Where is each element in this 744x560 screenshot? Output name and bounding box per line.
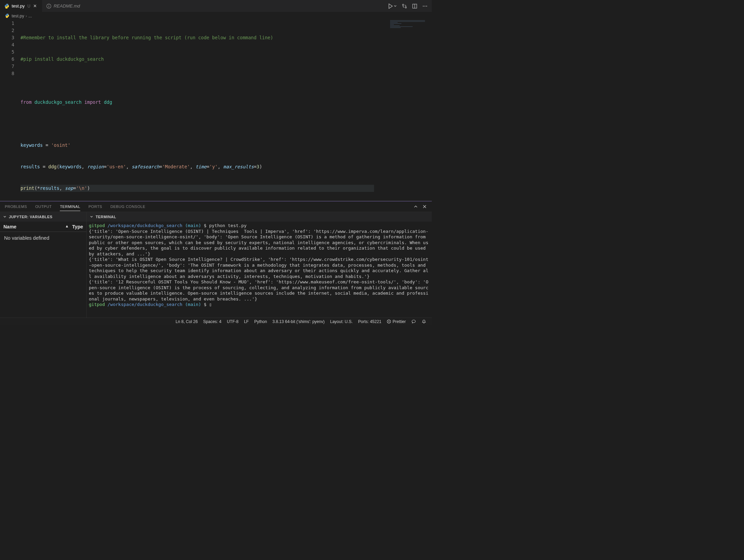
code-content[interactable]: #Remember to install the library before …: [20, 20, 432, 201]
line-number: 1: [0, 20, 14, 27]
str: 'Moderate': [162, 164, 190, 169]
prompt-user: gitpod: [89, 223, 105, 228]
jupyter-empty: No variables defined: [0, 232, 86, 244]
prettier-icon: [387, 319, 391, 324]
chevron-down-icon: [3, 215, 7, 219]
tab-problems[interactable]: PROBLEMS: [5, 202, 27, 211]
tab-ports[interactable]: PORTS: [88, 202, 102, 211]
p: ,: [218, 164, 223, 169]
jupyter-variables-panel: JUPYTER: VARIABLES Name▲ Type No variabl…: [0, 212, 87, 318]
svg-point-9: [426, 5, 427, 6]
p: =: [207, 164, 209, 169]
chevron-right-icon: ›: [26, 14, 27, 18]
svg-point-3: [402, 4, 404, 5]
svg-point-8: [425, 5, 425, 6]
tab-label: test.py: [12, 3, 25, 9]
tab-modified-indicator: U: [27, 4, 30, 9]
bottom-panel: PROBLEMS OUTPUT TERMINAL PORTS DEBUG CON…: [0, 201, 432, 318]
chevron-up-icon[interactable]: [413, 204, 418, 209]
split-editor-icon[interactable]: [412, 3, 417, 9]
var: keywords: [20, 142, 43, 148]
code-editor[interactable]: 1 2 3 4 5 6 7 8 #Remember to install the…: [0, 20, 432, 201]
num: 3: [257, 164, 259, 169]
git-compare-icon[interactable]: [402, 3, 407, 9]
line-number: 8: [0, 70, 14, 77]
tab-output[interactable]: OUTPUT: [35, 202, 52, 211]
breadcrumb-file: test.py: [12, 14, 24, 18]
status-ln-col[interactable]: Ln 8, Col 26: [173, 319, 201, 324]
terminal-header[interactable]: TERMINAL: [87, 212, 432, 222]
line-number: 5: [0, 48, 14, 56]
op: *: [37, 185, 40, 191]
terminal-cmd: python test.py: [209, 223, 247, 228]
mod: duckduckgo_search: [35, 99, 82, 105]
tab-terminal[interactable]: TERMINAL: [60, 202, 80, 211]
status-python-env[interactable]: 3.8.13 64-bit ('shims': pyenv): [270, 319, 328, 324]
line-number: 3: [0, 34, 14, 41]
status-prettier[interactable]: Prettier: [384, 319, 409, 324]
minimap[interactable]: [389, 20, 426, 201]
close-icon[interactable]: ✕: [32, 3, 38, 9]
var: results: [20, 164, 40, 169]
tab-test-py[interactable]: test.py U ✕: [0, 0, 42, 12]
close-panel-icon[interactable]: [422, 204, 427, 209]
info-file-icon: [46, 3, 52, 9]
svg-rect-1: [49, 5, 49, 7]
breadcrumb[interactable]: test.py › ...: [0, 12, 432, 20]
tab-readme[interactable]: README.md: [42, 0, 84, 12]
fn: print: [20, 185, 35, 191]
line-number: 7: [0, 63, 14, 70]
jupyter-title: JUPYTER: VARIABLES: [9, 215, 52, 219]
prompt-user: gitpod: [89, 302, 105, 307]
python-file-icon: [5, 13, 10, 19]
kw: from: [20, 99, 32, 105]
status-layout[interactable]: Layout: U.S.: [327, 319, 355, 324]
status-eol[interactable]: LF: [241, 319, 251, 324]
terminal-line: {'title': '12 Resourceful OSINT Tools Yo…: [89, 279, 428, 302]
jupyter-header[interactable]: JUPYTER: VARIABLES: [0, 212, 86, 222]
arg: results: [40, 185, 59, 191]
col-name[interactable]: Name: [3, 224, 16, 229]
status-language[interactable]: Python: [251, 319, 270, 324]
status-feedback-icon[interactable]: [409, 319, 419, 324]
fn: ddg: [48, 164, 56, 169]
prettier-label: Prettier: [392, 319, 406, 324]
status-encoding[interactable]: UTF-8: [224, 319, 241, 324]
p: =: [104, 164, 107, 169]
p: ,: [126, 164, 132, 169]
chevron-down-icon: [89, 215, 94, 219]
p: (: [35, 185, 37, 191]
sym: ddg: [104, 99, 112, 105]
kwarg: time: [195, 164, 207, 169]
prompt-symbol: $: [204, 302, 207, 307]
line-number: 6: [0, 56, 14, 63]
run-icon[interactable]: [387, 3, 397, 9]
p: ,: [59, 185, 65, 191]
status-ports[interactable]: Ports: 45221: [355, 319, 384, 324]
col-type[interactable]: Type: [72, 224, 83, 229]
line-number: 4: [0, 41, 14, 48]
svg-rect-2: [49, 5, 49, 5]
kwarg: sep: [65, 185, 73, 191]
terminal-title: TERMINAL: [96, 215, 116, 219]
line-gutter: 1 2 3 4 5 6 7 8: [0, 20, 20, 201]
cursor: ▯: [209, 302, 212, 307]
comment: #Remember to install the library before …: [20, 35, 273, 40]
p: (: [57, 164, 59, 169]
prompt-path: /workspace/duckduckgo_search: [108, 302, 182, 307]
status-bell-icon[interactable]: [419, 319, 429, 324]
status-spaces[interactable]: Spaces: 4: [201, 319, 224, 324]
prompt-branch: (main): [185, 223, 201, 228]
terminal-output[interactable]: gitpod /workspace/duckduckgo_search (mai…: [87, 222, 432, 318]
p: ,: [190, 164, 195, 169]
editor-tab-bar: test.py U ✕ README.md: [0, 0, 432, 12]
python-file-icon: [4, 3, 10, 9]
tab-debug-console[interactable]: DEBUG CONSOLE: [110, 202, 145, 211]
more-icon[interactable]: [422, 3, 428, 9]
str: 'us-en': [107, 164, 126, 169]
breadcrumb-more: ...: [28, 14, 32, 18]
p: ): [87, 185, 90, 191]
kw: import: [84, 99, 101, 105]
tab-label: README.md: [54, 3, 80, 9]
sort-icon[interactable]: ▲: [65, 224, 69, 229]
